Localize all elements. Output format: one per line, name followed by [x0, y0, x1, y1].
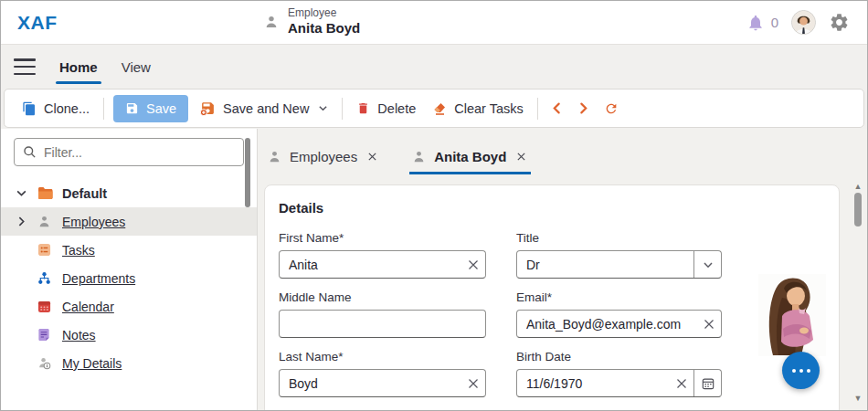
clone-button[interactable]: Clone... [14, 95, 98, 122]
birth-date-label: Birth Date [516, 350, 722, 364]
chevron-down-icon[interactable] [693, 251, 721, 278]
navigation-sidebar: Default Employees Tasks [1, 129, 258, 410]
my-details-icon [37, 356, 62, 370]
birth-date-input[interactable] [517, 370, 670, 396]
gear-icon[interactable] [829, 12, 851, 34]
bell-icon [746, 14, 765, 32]
sidebar-item-tasks-label: Tasks [62, 243, 95, 258]
main-scrollbar-thumb[interactable] [854, 193, 862, 227]
app-header: XAF Employee Anita Boyd 0 [1, 1, 867, 45]
delete-button[interactable]: Delete [348, 95, 424, 122]
tasks-icon [37, 243, 62, 257]
chevron-right-icon[interactable] [16, 216, 37, 227]
sidebar-item-calendar-label: Calendar [62, 300, 114, 314]
notifications-button[interactable]: 0 [746, 14, 778, 32]
record-name-label: Anita Boyd [288, 20, 360, 37]
clear-tasks-button[interactable]: Clear Tasks [424, 95, 531, 122]
user-avatar[interactable] [791, 10, 816, 35]
person-icon [412, 150, 426, 163]
sidebar-item-my-details[interactable]: My Details [1, 349, 257, 377]
tab-home[interactable]: Home [56, 45, 101, 89]
notes-icon [37, 328, 62, 342]
notification-count: 0 [771, 15, 778, 30]
email-label: Email* [516, 290, 722, 304]
clear-icon[interactable] [697, 311, 721, 337]
photo-actions-fab[interactable] [782, 352, 820, 389]
filter-input[interactable] [44, 145, 235, 160]
close-icon[interactable] [514, 150, 528, 163]
first-name-field-group: First Name* [279, 231, 486, 279]
sidebar-item-employees[interactable]: Employees [1, 207, 257, 236]
middle-name-label: Middle Name [279, 290, 486, 304]
save-icon [125, 101, 139, 115]
save-and-new-icon [200, 100, 216, 116]
title-label: Title [516, 231, 722, 245]
sidebar-item-notes[interactable]: Notes [1, 321, 257, 349]
content-area: Default Employees Tasks [1, 129, 867, 410]
toolbar-separator [103, 98, 104, 120]
chevron-down-icon[interactable] [16, 187, 37, 199]
middle-name-input[interactable] [280, 311, 485, 337]
scroll-down-arrow[interactable]: ▼ [851, 394, 865, 403]
previous-record-button[interactable] [544, 96, 570, 121]
title-select[interactable] [517, 251, 693, 278]
calendar-picker-icon[interactable] [693, 370, 721, 396]
middle-name-field-group: Middle Name [279, 290, 486, 338]
delete-icon [356, 101, 370, 115]
header-record-info: Employee Anita Boyd [264, 6, 360, 37]
ribbon-tab-bar: Home View [1, 45, 867, 89]
tab-view[interactable]: View [118, 45, 154, 89]
search-icon [23, 145, 37, 159]
clear-icon[interactable] [461, 370, 485, 396]
employee-photo [758, 274, 826, 356]
title-field-group: Title [516, 231, 722, 279]
save-button[interactable]: Save [113, 95, 188, 122]
document-tab-bar: Employees Anita Boyd [265, 142, 867, 174]
sidebar-scrollbar-thumb[interactable] [245, 138, 250, 207]
details-section-title: Details [279, 200, 825, 216]
scroll-up-arrow[interactable]: ▲ [851, 182, 865, 191]
tab-view-label: View [122, 59, 151, 75]
clone-icon [22, 101, 37, 116]
clear-icon[interactable] [670, 370, 693, 396]
sidebar-item-default[interactable]: Default [1, 179, 257, 207]
doc-tab-employees[interactable]: Employees [265, 142, 382, 174]
departments-icon [37, 271, 62, 285]
refresh-button[interactable] [597, 95, 626, 122]
birth-date-field-group: Birth Date [516, 350, 722, 397]
close-icon[interactable] [365, 150, 379, 163]
chevron-left-icon [551, 102, 563, 114]
sidebar-item-default-label: Default [62, 186, 107, 201]
toolbar-separator [537, 98, 538, 120]
save-label: Save [146, 101, 176, 116]
employee-person-icon [264, 15, 279, 29]
filter-box [14, 138, 244, 166]
next-record-button[interactable] [570, 96, 597, 121]
tab-home-label: Home [59, 59, 98, 75]
save-and-new-label: Save and New [223, 101, 309, 116]
clear-icon[interactable] [461, 251, 485, 278]
sidebar-item-tasks[interactable]: Tasks [1, 236, 257, 264]
doc-tab-employees-label: Employees [290, 149, 357, 164]
main-scrollbar: ▲ ▼ [851, 178, 865, 408]
xaf-application-window: XAF Employee Anita Boyd 0 [0, 0, 868, 411]
person-icon [37, 215, 62, 228]
chevron-right-icon [577, 102, 589, 114]
last-name-input[interactable] [280, 370, 461, 396]
hamburger-menu-icon[interactable] [14, 58, 36, 75]
doc-tab-anita-boyd[interactable]: Anita Boyd [409, 142, 531, 174]
first-name-label: First Name* [279, 231, 486, 245]
xaf-logo[interactable]: XAF [17, 12, 58, 34]
first-name-input[interactable] [280, 251, 461, 278]
save-and-new-dropdown-icon [318, 103, 328, 113]
save-and-new-button[interactable]: Save and New [192, 94, 336, 122]
sidebar-item-employees-label: Employees [62, 215, 125, 229]
clone-label: Clone... [44, 101, 90, 116]
doc-tab-anita-boyd-label: Anita Boyd [434, 149, 506, 164]
email-input[interactable] [517, 311, 697, 337]
sidebar-item-calendar[interactable]: Calendar [1, 292, 257, 321]
email-field-group: Email* [516, 290, 722, 338]
toolbar: Clone... Save Save and New Delete [4, 89, 864, 128]
calendar-icon [37, 300, 62, 313]
sidebar-item-departments[interactable]: Departments [1, 264, 257, 292]
